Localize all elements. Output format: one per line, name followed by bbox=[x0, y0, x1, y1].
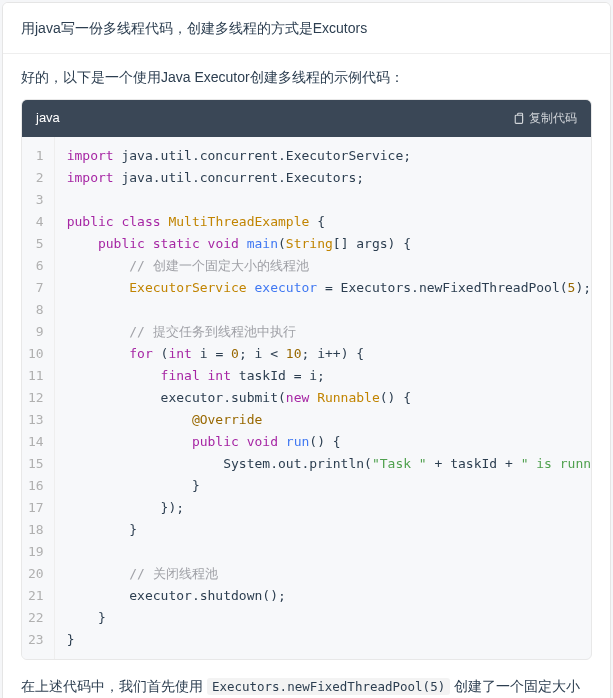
code-line: for (int i = 0; i < 10; i++) { bbox=[67, 343, 579, 365]
code-line bbox=[67, 189, 579, 211]
line-number: 5 bbox=[28, 233, 44, 255]
copy-icon bbox=[512, 112, 525, 125]
line-number: 21 bbox=[28, 585, 44, 607]
code-line: import java.util.concurrent.Executors; bbox=[67, 167, 579, 189]
line-number: 19 bbox=[28, 541, 44, 563]
code-line: } bbox=[67, 519, 579, 541]
code-line bbox=[67, 541, 579, 563]
code-header: java 复制代码 bbox=[22, 100, 591, 137]
code-block: java 复制代码 123456789101112131415161718192… bbox=[21, 99, 592, 660]
code-line: public static void main(String[] args) { bbox=[67, 233, 579, 255]
line-gutter: 1234567891011121314151617181920212223 bbox=[22, 137, 55, 659]
code-line bbox=[67, 299, 579, 321]
line-number: 22 bbox=[28, 607, 44, 629]
prompt-text: 用java写一份多线程代码，创建多线程的方式是Excutors bbox=[21, 20, 367, 36]
line-number: 15 bbox=[28, 453, 44, 475]
code-line: System.out.println("Task " + taskId + " … bbox=[67, 453, 579, 475]
user-prompt: 用java写一份多线程代码，创建多线程的方式是Excutors bbox=[3, 3, 610, 54]
code-line: public void run() { bbox=[67, 431, 579, 453]
line-number: 12 bbox=[28, 387, 44, 409]
code-line: // 关闭线程池 bbox=[67, 563, 579, 585]
line-number: 7 bbox=[28, 277, 44, 299]
line-number: 1 bbox=[28, 145, 44, 167]
line-number: 18 bbox=[28, 519, 44, 541]
line-number: 17 bbox=[28, 497, 44, 519]
line-number: 2 bbox=[28, 167, 44, 189]
line-number: 3 bbox=[28, 189, 44, 211]
response-intro: 好的，以下是一个使用Java Executor创建多线程的示例代码： bbox=[21, 66, 592, 88]
line-number: 9 bbox=[28, 321, 44, 343]
assistant-response: 好的，以下是一个使用Java Executor创建多线程的示例代码： java … bbox=[3, 54, 610, 698]
line-number: 10 bbox=[28, 343, 44, 365]
code-content[interactable]: import java.util.concurrent.ExecutorServ… bbox=[55, 137, 591, 659]
code-body: 1234567891011121314151617181920212223 im… bbox=[22, 137, 591, 659]
code-line: // 提交任务到线程池中执行 bbox=[67, 321, 579, 343]
code-line: final int taskId = i; bbox=[67, 365, 579, 387]
copy-label: 复制代码 bbox=[529, 109, 577, 128]
code-line: executor.submit(new Runnable() { bbox=[67, 387, 579, 409]
code-line: import java.util.concurrent.ExecutorServ… bbox=[67, 145, 579, 167]
line-number: 16 bbox=[28, 475, 44, 497]
code-line: } bbox=[67, 475, 579, 497]
line-number: 13 bbox=[28, 409, 44, 431]
line-number: 6 bbox=[28, 255, 44, 277]
code-line: public class MultiThreadExample { bbox=[67, 211, 579, 233]
line-number: 23 bbox=[28, 629, 44, 651]
svg-rect-0 bbox=[515, 115, 522, 123]
line-number: 14 bbox=[28, 431, 44, 453]
code-line: ExecutorService executor = Executors.new… bbox=[67, 277, 579, 299]
code-line: } bbox=[67, 629, 579, 651]
code-line: } bbox=[67, 607, 579, 629]
line-number: 4 bbox=[28, 211, 44, 233]
line-number: 11 bbox=[28, 365, 44, 387]
inline-code: Executors.newFixedThreadPool(5) bbox=[207, 678, 450, 695]
code-line: @Override bbox=[67, 409, 579, 431]
copy-code-button[interactable]: 复制代码 bbox=[512, 109, 577, 128]
explanation-paragraph-1: 在上述代码中，我们首先使用 Executors.newFixedThreadPo… bbox=[21, 674, 592, 698]
line-number: 8 bbox=[28, 299, 44, 321]
code-line: executor.shutdown(); bbox=[67, 585, 579, 607]
code-line: }); bbox=[67, 497, 579, 519]
code-line: // 创建一个固定大小的线程池 bbox=[67, 255, 579, 277]
line-number: 20 bbox=[28, 563, 44, 585]
code-lang-label: java bbox=[36, 108, 60, 129]
chat-card: 用java写一份多线程代码，创建多线程的方式是Excutors 好的，以下是一个… bbox=[2, 2, 611, 698]
